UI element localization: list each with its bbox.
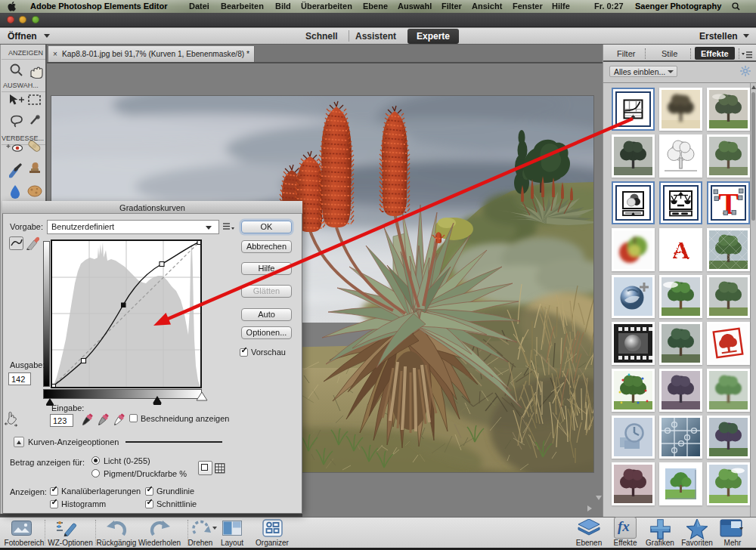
svg-text:A: A <box>672 236 689 264</box>
